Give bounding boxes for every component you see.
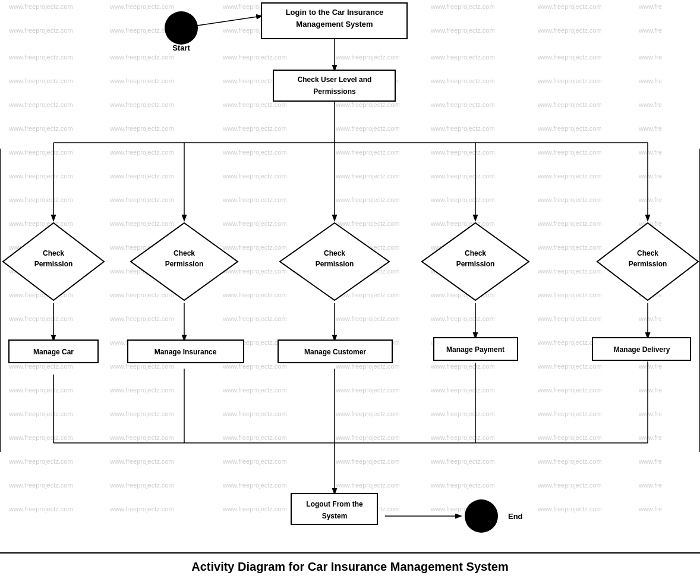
svg-text:www.freeprojectz.com: www.freeprojectz.com xyxy=(109,220,174,227)
svg-text:Start: Start xyxy=(172,43,190,52)
svg-text:www.freeprojectz.com: www.freeprojectz.com xyxy=(430,482,495,489)
svg-text:www.freeprojectz.com: www.freeprojectz.com xyxy=(537,54,602,61)
svg-text:Permission: Permission xyxy=(165,260,204,268)
svg-text:www.fre: www.fre xyxy=(638,101,662,108)
svg-text:Logout From the: Logout From the xyxy=(306,500,363,508)
svg-text:www.freeprojectz.com: www.freeprojectz.com xyxy=(222,172,287,180)
svg-text:www.freeprojectz.com: www.freeprojectz.com xyxy=(222,244,287,251)
svg-text:www.freeprojectz.com: www.freeprojectz.com xyxy=(8,172,73,180)
svg-text:www.freeprojectz.com: www.freeprojectz.com xyxy=(537,77,602,84)
svg-text:Check: Check xyxy=(465,249,486,257)
svg-text:www.freeprojectz.com: www.freeprojectz.com xyxy=(430,172,495,180)
svg-text:www.freeprojectz.com: www.freeprojectz.com xyxy=(109,363,174,370)
svg-text:Manage Insurance: Manage Insurance xyxy=(154,348,217,356)
svg-text:www.fre: www.fre xyxy=(638,315,662,322)
svg-text:www.freeprojectz.com: www.freeprojectz.com xyxy=(537,196,602,203)
svg-text:www.freeprojectz.com: www.freeprojectz.com xyxy=(537,482,602,489)
svg-text:www.freeprojectz.com: www.freeprojectz.com xyxy=(8,363,73,370)
svg-text:www.freeprojectz.com: www.freeprojectz.com xyxy=(537,268,602,275)
svg-text:www.freeprojectz.com: www.freeprojectz.com xyxy=(8,196,73,203)
svg-text:www.freeprojectz.com: www.freeprojectz.com xyxy=(8,101,73,108)
svg-text:www.freeprojectz.com: www.freeprojectz.com xyxy=(8,505,73,512)
svg-text:End: End xyxy=(508,512,523,521)
svg-text:www.freeprojectz.com: www.freeprojectz.com xyxy=(335,196,400,203)
svg-text:www.freeprojectz.com: www.freeprojectz.com xyxy=(430,101,495,108)
svg-text:www.freeprojectz.com: www.freeprojectz.com xyxy=(335,434,400,441)
svg-text:www.freeprojectz.com: www.freeprojectz.com xyxy=(335,363,400,370)
svg-text:www.freeprojectz.com: www.freeprojectz.com xyxy=(109,125,174,132)
svg-text:www.fre: www.fre xyxy=(638,505,662,512)
svg-text:www.freeprojectz.com: www.freeprojectz.com xyxy=(109,3,174,10)
svg-text:www.freeprojectz.com: www.freeprojectz.com xyxy=(8,220,73,227)
diagram-area: www.freeprojectz.com www.freeprojectz.co… xyxy=(0,0,700,588)
svg-text:Permissions: Permissions xyxy=(313,87,356,96)
svg-text:www.freeprojectz.com: www.freeprojectz.com xyxy=(430,315,495,322)
svg-text:www.freeprojectz.com: www.freeprojectz.com xyxy=(109,434,174,441)
svg-text:www.freeprojectz.com: www.freeprojectz.com xyxy=(8,482,73,489)
svg-point-176 xyxy=(165,11,198,45)
svg-text:www.freeprojectz.com: www.freeprojectz.com xyxy=(109,196,174,203)
svg-text:www.freeprojectz.com: www.freeprojectz.com xyxy=(8,149,73,156)
svg-text:www.freeprojectz.com: www.freeprojectz.com xyxy=(537,244,602,251)
svg-text:www.freeprojectz.com: www.freeprojectz.com xyxy=(222,291,287,298)
svg-text:Check User Level and: Check User Level and xyxy=(298,76,372,84)
svg-text:www.freeprojectz.com: www.freeprojectz.com xyxy=(109,149,174,156)
svg-text:www.freeprojectz.com: www.freeprojectz.com xyxy=(109,410,174,417)
svg-text:www.freeprojectz.com: www.freeprojectz.com xyxy=(109,54,174,61)
svg-text:www.freeprojectz.com: www.freeprojectz.com xyxy=(335,54,400,61)
svg-text:System: System xyxy=(322,512,348,520)
svg-text:www.freeprojectz.com: www.freeprojectz.com xyxy=(109,315,174,322)
svg-text:www.freeprojectz.com: www.freeprojectz.com xyxy=(430,363,495,370)
svg-text:www.freeprojectz.com: www.freeprojectz.com xyxy=(222,220,287,227)
svg-text:www.freeprojectz.com: www.freeprojectz.com xyxy=(8,54,73,61)
svg-text:www.freeprojectz.com: www.freeprojectz.com xyxy=(537,363,602,370)
svg-text:www.freeprojectz.com: www.freeprojectz.com xyxy=(222,196,287,203)
svg-text:Permission: Permission xyxy=(629,260,667,268)
svg-text:www.freeprojectz.com: www.freeprojectz.com xyxy=(335,458,400,465)
svg-text:www.freeprojectz.com: www.freeprojectz.com xyxy=(222,505,287,512)
svg-text:www.freeprojectz.com: www.freeprojectz.com xyxy=(109,77,174,84)
svg-text:www.fre: www.fre xyxy=(638,410,662,417)
svg-text:www.freeprojectz.com: www.freeprojectz.com xyxy=(222,268,287,275)
svg-text:www.freeprojectz.com: www.freeprojectz.com xyxy=(537,505,602,512)
svg-text:Activity Diagram for Car Insur: Activity Diagram for Car Insurance Manag… xyxy=(191,560,509,573)
svg-text:www.freeprojectz.com: www.freeprojectz.com xyxy=(222,482,287,489)
svg-text:www.freeprojectz.com: www.freeprojectz.com xyxy=(430,220,495,227)
svg-text:www.freeprojectz.com: www.freeprojectz.com xyxy=(109,482,174,489)
svg-text:www.fre: www.fre xyxy=(638,434,662,441)
svg-rect-181 xyxy=(273,70,395,101)
svg-text:www.freeprojectz.com: www.freeprojectz.com xyxy=(8,386,73,394)
svg-text:www.freeprojectz.com: www.freeprojectz.com xyxy=(335,101,400,108)
svg-text:Manage Delivery: Manage Delivery xyxy=(614,345,670,354)
svg-text:www.freeprojectz.com: www.freeprojectz.com xyxy=(109,172,174,180)
svg-text:www.freeprojectz.com: www.freeprojectz.com xyxy=(335,149,400,156)
svg-text:Manage Customer: Manage Customer xyxy=(304,348,366,356)
svg-text:www.fre: www.fre xyxy=(638,386,662,394)
svg-text:Manage Payment: Manage Payment xyxy=(446,345,504,354)
svg-text:www.freeprojectz.com: www.freeprojectz.com xyxy=(8,27,73,34)
svg-text:www.fre: www.fre xyxy=(638,27,662,34)
svg-text:www.freeprojectz.com: www.freeprojectz.com xyxy=(430,196,495,203)
svg-text:www.fre: www.fre xyxy=(638,77,662,84)
svg-text:www.freeprojectz.com: www.freeprojectz.com xyxy=(537,149,602,156)
svg-text:www.freeprojectz.com: www.freeprojectz.com xyxy=(222,101,287,108)
svg-text:Management System: Management System xyxy=(296,20,373,29)
svg-text:www.freeprojectz.com: www.freeprojectz.com xyxy=(335,220,400,227)
svg-text:www.freeprojectz.com: www.freeprojectz.com xyxy=(8,125,73,132)
svg-text:www.freeprojectz.com: www.freeprojectz.com xyxy=(109,505,174,512)
svg-text:www.freeprojectz.com: www.freeprojectz.com xyxy=(8,315,73,322)
svg-text:www.freeprojectz.com: www.freeprojectz.com xyxy=(222,458,287,465)
svg-text:Permission: Permission xyxy=(34,260,73,268)
svg-text:Permission: Permission xyxy=(316,260,354,268)
svg-text:www.freeprojectz.com: www.freeprojectz.com xyxy=(222,363,287,370)
svg-text:www.freeprojectz.com: www.freeprojectz.com xyxy=(335,315,400,322)
svg-text:Check: Check xyxy=(637,249,658,257)
svg-text:Login to the Car Insurance: Login to the Car Insurance xyxy=(286,8,384,17)
svg-text:www.freeprojectz.com: www.freeprojectz.com xyxy=(537,27,602,34)
svg-text:www.freeprojectz.com: www.freeprojectz.com xyxy=(430,27,495,34)
svg-text:www.freeprojectz.com: www.freeprojectz.com xyxy=(222,410,287,417)
svg-text:www.freeprojectz.com: www.freeprojectz.com xyxy=(430,77,495,84)
svg-text:www.freeprojectz.com: www.freeprojectz.com xyxy=(8,3,73,10)
svg-text:www.freeprojectz.com: www.freeprojectz.com xyxy=(8,410,73,417)
svg-text:www.freeprojectz.com: www.freeprojectz.com xyxy=(335,386,400,394)
